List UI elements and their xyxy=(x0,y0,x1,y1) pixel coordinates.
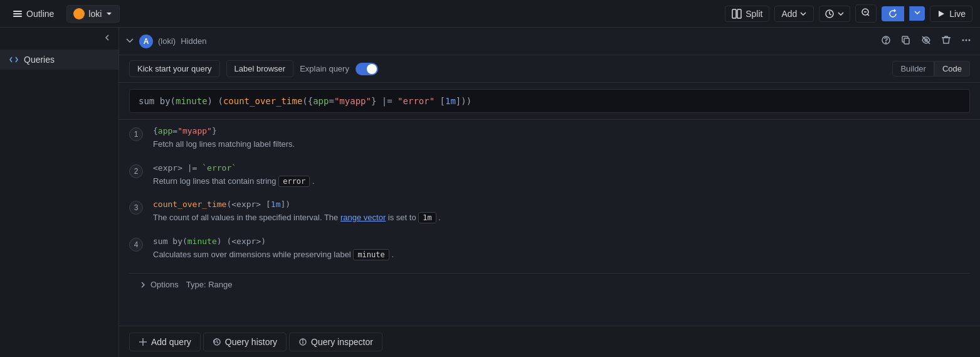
1m-inline-code: 1m xyxy=(418,212,436,223)
split-icon xyxy=(732,9,742,19)
svg-point-15 xyxy=(966,40,967,41)
collapse-icon xyxy=(102,33,112,43)
query-editor: sum by(minute) (count_over_time({app="my… xyxy=(119,83,980,120)
query-pipe: |= xyxy=(382,96,398,106)
add-query-button[interactable]: Add query xyxy=(129,333,201,351)
query-minute: minute xyxy=(176,96,208,106)
refresh-dropdown-button[interactable] xyxy=(909,6,925,21)
explain-content-4: sum by(minute) (<expr>) Calculates sum o… xyxy=(153,237,970,261)
query-inspector-label: Query inspector xyxy=(311,337,373,347)
chevron-right-icon xyxy=(139,281,147,289)
chevron-down-icon-time xyxy=(837,10,845,18)
explain-code-4: sum by(minute) (<expr>) xyxy=(153,237,970,246)
explain-code-1: {app="myapp"} xyxy=(153,126,970,136)
svg-point-16 xyxy=(969,40,971,41)
sidebar-collapse-button[interactable] xyxy=(102,33,112,45)
time-button[interactable] xyxy=(819,6,850,22)
svg-rect-1 xyxy=(13,13,22,14)
refresh-icon xyxy=(888,9,898,19)
explain-item-1: 1 {app="myapp"} Fetch all log lines matc… xyxy=(129,126,970,151)
query-help-button[interactable] xyxy=(878,34,893,48)
query-datasource-label: (loki) xyxy=(158,36,176,46)
sidebar-item-queries[interactable]: Queries xyxy=(0,50,119,70)
live-button[interactable]: Live xyxy=(930,6,972,22)
sidebar: Queries xyxy=(0,28,119,357)
range-vector-link[interactable]: range vector xyxy=(340,213,386,222)
info-icon xyxy=(298,338,307,346)
query-copy-button[interactable] xyxy=(898,34,914,48)
explain-item-2: 2 <expr> |= `error` Return log lines tha… xyxy=(129,163,970,188)
history-icon xyxy=(213,338,221,346)
chevron-down-icon-refresh xyxy=(914,9,921,16)
query-letter-badge: A xyxy=(139,35,153,48)
clock-icon xyxy=(825,9,835,19)
query-eq: = xyxy=(329,96,334,106)
query-error: "error" xyxy=(398,96,435,106)
svg-marker-7 xyxy=(939,11,944,17)
query-delete-button[interactable] xyxy=(939,34,954,48)
explain-desc-1: Fetch all log lines matching label filte… xyxy=(153,138,970,151)
explain-number-2: 2 xyxy=(129,164,143,178)
code-button[interactable]: Code xyxy=(934,61,970,77)
sidebar-queries-label: Queries xyxy=(24,55,55,65)
explain-query-toggle[interactable] xyxy=(356,63,378,75)
query-history-button[interactable]: Query history xyxy=(203,333,287,351)
play-icon xyxy=(937,9,946,18)
explain-section: 1 {app="myapp"} Fetch all log lines matc… xyxy=(119,120,980,326)
sidebar-collapse xyxy=(0,28,119,50)
datasource-selector[interactable]: loki xyxy=(66,5,120,23)
query-inspector-button[interactable]: Query inspector xyxy=(289,333,382,351)
top-bar-left: Outline loki xyxy=(8,5,120,23)
outline-button[interactable]: Outline xyxy=(8,6,59,21)
chevron-down-icon-add xyxy=(799,10,807,18)
query-row-header: A (loki) Hidden xyxy=(119,28,980,55)
split-label: Split xyxy=(746,9,762,19)
query-sum: sum xyxy=(139,96,160,106)
explain-item-3: 3 count_over_time(<expr> [1m]) The count… xyxy=(129,200,970,224)
query-by: by xyxy=(160,96,171,106)
chevron-down-icon-row xyxy=(125,36,134,45)
top-bar: Outline loki Split Add xyxy=(0,0,980,28)
error-inline-code: error xyxy=(278,176,310,187)
explain-content-1: {app="myapp"} Fetch all log lines matchi… xyxy=(153,126,970,151)
explain-desc-2: Return log lines that contain string err… xyxy=(153,175,970,188)
options-row: Options Type: Range xyxy=(129,273,970,296)
query-paren2: ) ( xyxy=(208,96,223,106)
query-paren1: ( xyxy=(171,96,176,106)
zoom-button[interactable] xyxy=(855,4,877,23)
builder-button[interactable]: Builder xyxy=(892,61,934,77)
query-brace1: ({ xyxy=(302,96,313,106)
datasource-label: loki xyxy=(88,9,102,19)
eye-slash-icon xyxy=(921,35,931,45)
svg-rect-2 xyxy=(13,16,22,17)
copy-icon xyxy=(901,35,911,45)
query-more-button[interactable] xyxy=(959,34,974,48)
svg-rect-10 xyxy=(904,38,909,44)
svg-point-14 xyxy=(962,40,964,41)
explain-number-1: 1 xyxy=(129,127,143,141)
explain-desc-4: Calculates sum over dimensions while pre… xyxy=(153,248,970,261)
refresh-button[interactable] xyxy=(882,6,904,21)
options-expand-button[interactable]: Options xyxy=(139,280,179,289)
kick-start-button[interactable]: Kick start your query xyxy=(129,60,220,77)
query-row-expand-button[interactable] xyxy=(125,36,134,46)
query-hide-button[interactable] xyxy=(919,34,934,48)
options-label: Options xyxy=(150,280,179,289)
label-browser-button[interactable]: Label browser xyxy=(226,60,294,77)
explain-code-3: count_over_time(<expr> [1m]) xyxy=(153,200,970,209)
query-hidden-label: Hidden xyxy=(181,36,206,46)
query-brace2: } xyxy=(371,96,382,106)
bottom-bar: Add query Query history Query inspector xyxy=(119,326,980,357)
hamburger-icon xyxy=(13,9,23,19)
explain-number-3: 3 xyxy=(129,201,143,215)
split-button[interactable]: Split xyxy=(725,6,769,22)
add-button[interactable]: Add xyxy=(774,6,814,22)
query-myapp: "myapp" xyxy=(334,96,371,106)
code-icon xyxy=(9,55,19,65)
query-area: A (loki) Hidden xyxy=(119,28,980,357)
more-icon xyxy=(961,35,971,45)
add-label: Add xyxy=(781,9,797,19)
query-app-label: app xyxy=(313,96,329,106)
svg-point-9 xyxy=(886,43,887,43)
query-input-display[interactable]: sum by(minute) (count_over_time({app="my… xyxy=(129,89,970,113)
